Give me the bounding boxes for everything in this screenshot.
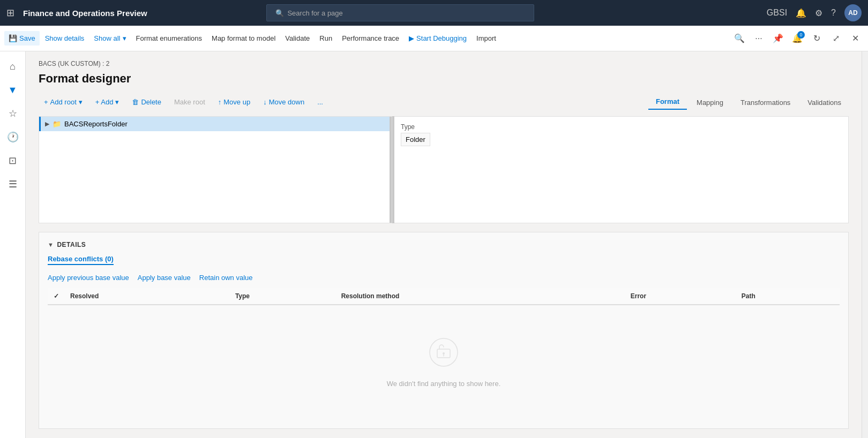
sidebar-home-icon[interactable]: ⌂: [2, 56, 24, 77]
move-down-button[interactable]: ↓ Move down: [258, 95, 310, 109]
add-root-chevron-icon: ▾: [79, 98, 83, 106]
two-column-layout: ▶ 📁 BACSReportsFolder Type Folder: [39, 116, 849, 223]
tab-format[interactable]: Format: [648, 94, 687, 110]
apply-previous-base-value-button[interactable]: Apply previous base value: [48, 274, 129, 282]
top-navigation: ⊞ Finance and Operations Preview 🔍 Searc…: [0, 0, 868, 26]
format-enumerations-button[interactable]: Format enumerations: [132, 31, 207, 46]
add-root-button[interactable]: + Add root ▾: [39, 95, 88, 109]
map-format-to-model-button[interactable]: Map format to model: [207, 31, 280, 46]
sidebar-list-icon[interactable]: ☰: [2, 173, 24, 195]
page-title: Format designer: [39, 72, 849, 86]
col-checkbox[interactable]: ✓: [48, 288, 65, 305]
nav-right: GBSI 🔔 ⚙ ? AD: [767, 4, 862, 21]
empty-state-text: We didn't find anything to show here.: [387, 380, 501, 388]
delete-button[interactable]: 🗑 Delete: [126, 95, 167, 109]
collapse-icon[interactable]: ▼: [48, 241, 54, 248]
col-path: Path: [736, 288, 840, 305]
performance-trace-button[interactable]: Performance trace: [338, 31, 403, 46]
toolbar-right-icons: 🔍 ··· 📌 🔔 0 ↻ ⤢ ✕: [731, 30, 864, 47]
start-debugging-button[interactable]: ▶ Start Debugging: [405, 31, 471, 46]
validate-button[interactable]: Validate: [281, 31, 314, 46]
main-layout: ⌂ ▼ ☆ 🕐 ⊡ ☰ BACS (UK CUSTOM) : 2 Format …: [0, 51, 868, 438]
left-sidebar: ⌂ ▼ ☆ 🕐 ⊡ ☰: [0, 51, 26, 438]
search-icon: 🔍: [275, 9, 284, 17]
empty-state: We didn't find anything to show here.: [48, 305, 840, 420]
right-scrollbar[interactable]: [862, 51, 868, 438]
tree-item-bacs-reports-folder[interactable]: ▶ 📁 BACSReportsFolder: [39, 117, 392, 131]
close-toolbar-icon[interactable]: ✕: [847, 30, 864, 47]
sidebar-workspace-icon[interactable]: ⊡: [2, 150, 24, 171]
sidebar-star-icon[interactable]: ☆: [2, 103, 24, 124]
user-avatar[interactable]: AD: [844, 4, 862, 21]
col-error: Error: [625, 288, 736, 305]
type-label: Type: [401, 123, 842, 131]
import-button[interactable]: Import: [472, 31, 500, 46]
more-options-icon[interactable]: ···: [750, 30, 767, 47]
apply-base-value-button[interactable]: Apply base value: [138, 274, 191, 282]
sidebar-filter-icon[interactable]: ▼: [2, 79, 24, 101]
show-all-button[interactable]: Show all ▾: [89, 31, 130, 46]
folder-icon: 📁: [53, 120, 61, 128]
make-root-button[interactable]: Make root: [169, 95, 211, 109]
save-button[interactable]: 💾 Save: [4, 31, 40, 46]
tree-expand-icon: ▶: [45, 120, 49, 127]
chevron-down-icon: ▾: [123, 34, 126, 42]
pin-icon[interactable]: 📌: [769, 30, 787, 47]
rebase-conflicts-tab[interactable]: Rebase conflicts (0): [48, 255, 114, 265]
search-bar[interactable]: 🔍 Search for a page: [266, 4, 534, 21]
settings-icon[interactable]: ⚙: [815, 8, 822, 18]
add-chevron-icon: ▾: [115, 98, 119, 106]
notification-toolbar-icon[interactable]: 🔔 0: [789, 30, 806, 47]
tab-transformations[interactable]: Transformations: [733, 95, 798, 110]
app-title: Finance and Operations Preview: [23, 9, 147, 18]
tab-mapping[interactable]: Mapping: [689, 95, 731, 110]
move-up-button[interactable]: ↑ Move up: [213, 95, 256, 109]
run-button[interactable]: Run: [315, 31, 336, 46]
details-section: ▼ DETAILS Rebase conflicts (0) Apply pre…: [39, 232, 849, 429]
save-icon: 💾: [9, 34, 17, 42]
sidebar-history-icon[interactable]: 🕐: [2, 126, 24, 148]
add-button[interactable]: + Add ▾: [90, 95, 125, 109]
delete-icon: 🗑: [132, 98, 139, 106]
empty-state-icon: [429, 337, 459, 373]
expand-icon[interactable]: ⤢: [827, 30, 844, 47]
arrow-down-icon: ↓: [263, 98, 267, 106]
col-resolved: Resolved: [65, 288, 230, 305]
action-bar: + Add root ▾ + Add ▾ 🗑 Delete Make root …: [39, 94, 849, 110]
company-label[interactable]: GBSI: [767, 8, 787, 18]
col-type: Type: [230, 288, 336, 305]
arrow-up-icon: ↑: [218, 98, 222, 106]
col-resolution-method: Resolution method: [336, 288, 625, 305]
refresh-icon[interactable]: ↻: [808, 30, 825, 47]
notification-icon[interactable]: 🔔: [796, 8, 806, 18]
tree-panel: ▶ 📁 BACSReportsFolder: [39, 116, 392, 223]
toolbar: 💾 Save Show details Show all ▾ Format en…: [0, 26, 868, 51]
details-header: ▼ DETAILS: [48, 241, 840, 248]
type-panel: Type Folder: [394, 116, 849, 223]
resolve-actions: Apply previous base value Apply base val…: [48, 274, 840, 282]
retain-own-value-button[interactable]: Retain own value: [199, 274, 253, 282]
type-value: Folder: [401, 133, 430, 146]
show-details-button[interactable]: Show details: [41, 31, 89, 46]
app-grid-icon[interactable]: ⊞: [6, 7, 14, 19]
tab-validations[interactable]: Validations: [800, 95, 849, 110]
search-toolbar-icon[interactable]: 🔍: [731, 30, 748, 47]
plus-icon: +: [44, 98, 48, 106]
more-actions-button[interactable]: ...: [312, 95, 328, 109]
help-icon[interactable]: ?: [831, 8, 836, 18]
breadcrumb: BACS (UK CUSTOM) : 2: [39, 60, 849, 67]
conflicts-table: ✓ Resolved Type Resolution method Error …: [48, 288, 840, 305]
content-area: BACS (UK CUSTOM) : 2 Format designer + A…: [26, 51, 862, 438]
tree-resize-handle[interactable]: [390, 117, 392, 223]
